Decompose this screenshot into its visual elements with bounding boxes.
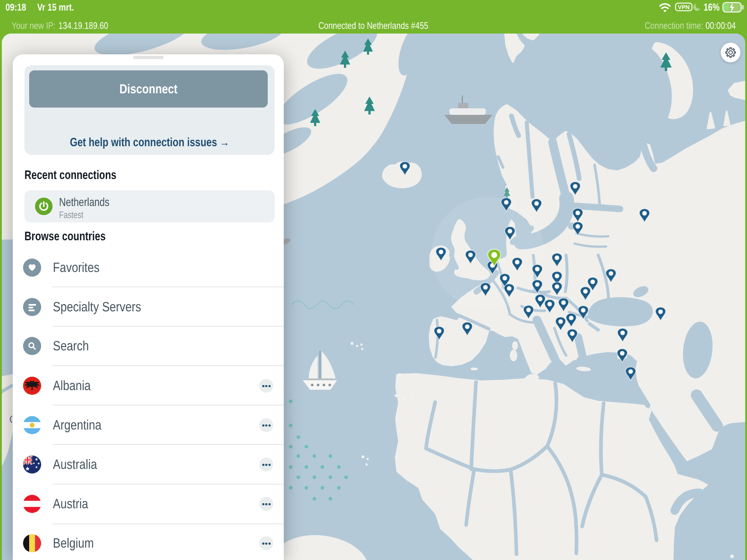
- svg-text:VPN: VPN: [678, 4, 690, 11]
